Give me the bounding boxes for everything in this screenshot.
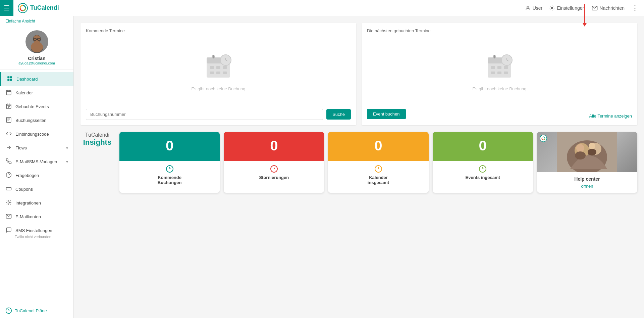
stat-number-events: 0 <box>479 139 487 153</box>
sidebar-item-kalender[interactable]: Kalender <box>0 86 73 100</box>
sidebar-item-sms[interactable]: SMS Einstellungen Twilio nicht verbunden <box>0 224 73 242</box>
svg-point-2 <box>551 7 553 9</box>
svg-point-66 <box>479 166 486 172</box>
alle-termine-wrapper: Alle Termine anzeigen <box>409 113 632 119</box>
sidebar-item-coupons[interactable]: Coupons <box>0 182 73 196</box>
naechste-termine-panel: Die nächsten gebuchten Termine <box>362 23 637 125</box>
fragebogen-icon <box>5 172 12 179</box>
sidebar: Einfache Ansicht Cristian ayuda@tucalend… <box>0 16 74 318</box>
svg-point-1 <box>527 6 529 8</box>
svg-rect-14 <box>7 79 9 81</box>
stat-card-top-events: 0 <box>433 132 533 161</box>
gear-icon <box>549 5 555 11</box>
messages-menu[interactable]: Nachrichten <box>592 5 625 11</box>
user-menu[interactable]: User <box>525 5 543 11</box>
buchungsseiten-icon <box>5 117 12 124</box>
help-logo-icon <box>540 135 547 143</box>
stat-card-kommende: 0 KommendeBuchungen <box>119 132 220 193</box>
stat-number-kalender: 0 <box>374 139 382 153</box>
insights-bold: Insights <box>80 138 114 147</box>
svg-rect-12 <box>7 76 9 78</box>
tucalendi-plans-link[interactable]: TuCalendi Pläne <box>5 307 68 314</box>
sidebar-item-integrationen[interactable]: Integrationen <box>0 196 73 210</box>
naechste-empty-text: Es gibt noch keine Buchung <box>472 86 526 91</box>
tucalendi-icon-kalender <box>374 165 382 173</box>
integrationen-icon <box>5 199 12 207</box>
buchungsnummer-input[interactable] <box>86 109 323 120</box>
sidebar-item-label: Integrationen <box>15 200 41 206</box>
more-options-button[interactable]: ⋮ <box>631 4 639 12</box>
help-open-link[interactable]: öffnen <box>581 184 593 189</box>
svg-point-8 <box>31 42 43 52</box>
email-sms-icon <box>5 158 12 165</box>
svg-rect-58 <box>497 72 501 74</box>
stat-number-stornierungen: 0 <box>270 139 278 153</box>
main-layout: Einfache Ansicht Cristian ayuda@tucalend… <box>0 16 644 318</box>
svg-rect-54 <box>491 66 495 69</box>
events-icon <box>5 103 12 110</box>
svg-point-63 <box>166 166 173 172</box>
stat-card-top-stornierungen: 0 <box>224 132 324 161</box>
stat-card-bottom-kommende: KommendeBuchungen <box>119 161 220 193</box>
stat-label-kommende: KommendeBuchungen <box>158 175 182 185</box>
sidebar-item-label: Flows <box>15 145 27 150</box>
sidebar-item-gebuchte-events[interactable]: Gebuchte Events <box>0 100 73 113</box>
kalender-icon <box>5 89 12 96</box>
simple-view-link[interactable]: Einfache Ansicht <box>0 16 73 25</box>
user-profile: Cristian ayuda@tucalendi.com <box>0 25 73 70</box>
svg-rect-57 <box>491 72 495 74</box>
suche-button[interactable]: Suche <box>326 109 351 120</box>
sidebar-item-label: Dashboard <box>16 77 38 82</box>
sidebar-item-label: SMS Einstellungen <box>15 228 52 233</box>
settings-menu[interactable]: Einstellungen <box>549 5 585 11</box>
svg-point-32 <box>6 308 12 314</box>
kommende-termine-title: Kommende Termine <box>86 28 351 33</box>
svg-rect-13 <box>10 76 12 78</box>
svg-point-30 <box>8 202 10 203</box>
sidebar-item-dashboard[interactable]: Dashboard <box>0 72 73 86</box>
sms-subtitle: Twilio nicht verbunden <box>5 235 51 239</box>
user-label: User <box>533 5 543 11</box>
stat-number-kommende: 0 <box>166 139 173 153</box>
sidebar-item-flows[interactable]: Flows ▾ <box>0 141 73 155</box>
tucalendi-icon-kommende <box>166 165 174 173</box>
help-card-bottom: Help center öffnen <box>537 172 637 193</box>
topbar: ☰ TuCalendi User Einstellun <box>0 0 644 16</box>
insights-cards: 0 KommendeBuchungen 0 <box>119 132 637 193</box>
stat-card-top-kommende: 0 <box>119 132 220 161</box>
user-name: Cristian <box>28 56 45 61</box>
alle-termine-link[interactable]: Alle Termine anzeigen <box>589 113 632 119</box>
sidebar-item-buchungsseiten[interactable]: Buchungsseiten <box>0 113 73 127</box>
sidebar-item-fragebögen[interactable]: Fragebögen <box>0 169 73 182</box>
event-buchen-button[interactable]: Event buchen <box>367 109 406 119</box>
hamburger-button[interactable]: ☰ <box>0 0 13 16</box>
sidebar-item-einbindungscode[interactable]: Einbindungscode <box>0 127 73 141</box>
svg-rect-16 <box>6 90 11 95</box>
mail-icon <box>592 5 598 11</box>
help-card-image <box>537 132 637 172</box>
coupons-icon <box>5 186 12 193</box>
insights-label: TuCalendi Insights <box>80 132 114 147</box>
svg-rect-29 <box>6 187 11 190</box>
svg-rect-43 <box>216 72 220 74</box>
sidebar-item-emailkonten[interactable]: E-Mailkonten <box>0 210 73 224</box>
topbar-left: ☰ TuCalendi <box>5 0 59 16</box>
stat-card-bottom-stornierungen: Stornierungen <box>224 161 324 193</box>
insights-section: TuCalendi Insights 0 KommendeBuchungen <box>80 132 637 193</box>
kommende-empty-text: Es gibt noch keine Buchung <box>191 86 245 91</box>
sidebar-item-label: Gebuchte Events <box>15 104 49 109</box>
plans-icon <box>5 307 12 314</box>
chevron-down-icon: ▾ <box>66 146 68 150</box>
svg-rect-56 <box>504 66 508 69</box>
svg-point-75 <box>540 135 547 142</box>
sidebar-item-label: Coupons <box>15 187 33 192</box>
top-section: Kommende Termine <box>80 23 637 125</box>
tucalendi-icon-events <box>479 165 487 173</box>
hamburger-icon: ☰ <box>4 4 10 12</box>
sidebar-item-email-sms[interactable]: E-Mail/SMS-Vorlagen ▾ <box>0 155 73 169</box>
settings-label: Einstellungen <box>557 5 585 11</box>
help-center-title: Help center <box>574 176 600 182</box>
empty-calendar-icon-2 <box>483 51 516 81</box>
naechste-actions: Event buchen Alle Termine anzeigen <box>367 109 632 119</box>
kommende-actions: Suche <box>86 109 351 120</box>
